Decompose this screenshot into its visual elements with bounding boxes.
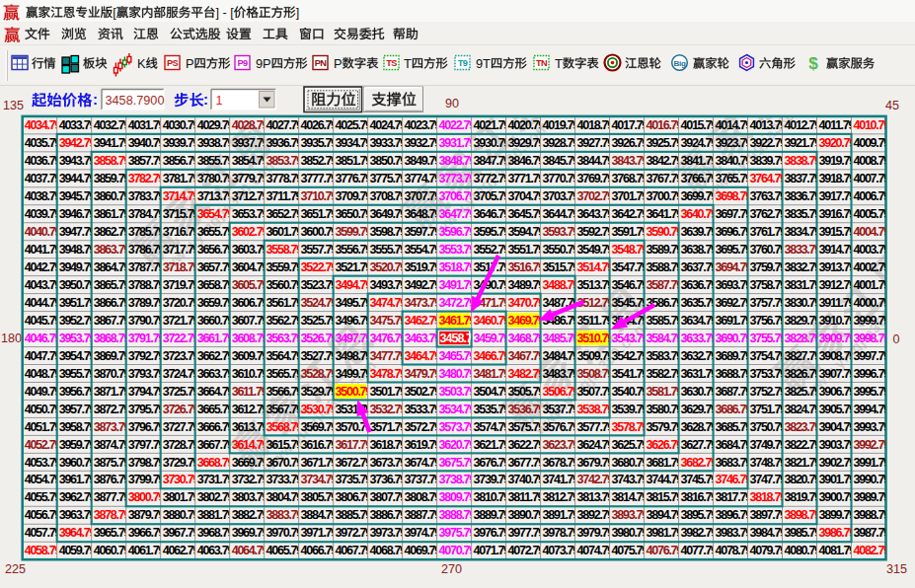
- svg-text:3860.79: 3860.79: [94, 189, 131, 203]
- svg-text:3682.79: 3682.79: [681, 456, 719, 470]
- svg-text:3889.79: 3889.79: [474, 508, 511, 522]
- svg-text:3616.79: 3616.79: [301, 438, 339, 452]
- svg-text:3747.79: 3747.79: [750, 473, 788, 486]
- svg-text:3944.79: 3944.79: [59, 172, 97, 185]
- svg-text:3638.79: 3638.79: [681, 243, 719, 257]
- svg-text:3658.79: 3658.79: [197, 278, 235, 292]
- svg-text:3491.79: 3491.79: [439, 278, 477, 292]
- svg-text:3853.79: 3853.79: [267, 154, 304, 168]
- svg-text:3588.79: 3588.79: [647, 260, 684, 274]
- svg-text:3990.79: 3990.79: [854, 473, 891, 486]
- svg-text:3815.79: 3815.79: [647, 490, 684, 504]
- svg-text:3789.79: 3789.79: [128, 296, 166, 310]
- svg-text:3879.79: 3879.79: [128, 508, 166, 522]
- svg-text:3555.79: 3555.79: [370, 243, 408, 257]
- svg-text:3935.79: 3935.79: [301, 136, 339, 150]
- svg-text:3799.79: 3799.79: [128, 473, 166, 486]
- svg-text:3670.79: 3670.79: [267, 456, 304, 470]
- svg-text:3901.79: 3901.79: [819, 473, 857, 486]
- svg-text:3667.79: 3667.79: [197, 438, 235, 452]
- svg-text:3479.79: 3479.79: [405, 367, 442, 381]
- svg-text:3784.79: 3784.79: [128, 207, 166, 221]
- svg-text:3960.79: 3960.79: [59, 456, 97, 470]
- svg-text:4015.79: 4015.79: [681, 118, 719, 132]
- svg-text:3573.79: 3573.79: [439, 420, 477, 434]
- svg-text:90: 90: [445, 97, 459, 110]
- svg-text:3744.79: 3744.79: [647, 473, 684, 486]
- svg-text:4030.79: 4030.79: [163, 118, 200, 132]
- svg-text:3961.79: 3961.79: [59, 473, 97, 486]
- svg-text:3782.79: 3782.79: [128, 172, 166, 185]
- svg-text:3595.79: 3595.79: [474, 225, 511, 239]
- svg-text:3499.79: 3499.79: [336, 367, 373, 381]
- svg-text:3855.79: 3855.79: [197, 154, 235, 168]
- svg-text:3714.79: 3714.79: [163, 189, 200, 203]
- svg-text:3882.79: 3882.79: [232, 508, 269, 522]
- svg-text:3915.79: 3915.79: [819, 225, 857, 239]
- svg-text:225: 225: [5, 562, 26, 576]
- svg-text:3698.79: 3698.79: [716, 189, 753, 203]
- svg-text:3503.79: 3503.79: [439, 385, 477, 399]
- svg-text:3501.79: 3501.79: [370, 385, 408, 399]
- svg-text::: :: [203, 91, 208, 108]
- svg-text:4048.79: 4048.79: [25, 367, 62, 381]
- svg-text:3575.79: 3575.79: [508, 420, 546, 434]
- svg-text:3606.79: 3606.79: [232, 296, 269, 310]
- svg-text:3663.79: 3663.79: [197, 367, 235, 381]
- svg-text:135: 135: [3, 99, 24, 112]
- svg-text::: :: [93, 91, 98, 108]
- svg-text:3824.79: 3824.79: [785, 403, 822, 416]
- svg-text:3851.79: 3851.79: [336, 154, 373, 168]
- svg-text:3972.79: 3972.79: [336, 526, 373, 540]
- svg-text:3554.79: 3554.79: [405, 243, 442, 257]
- svg-text:3668.79: 3668.79: [197, 456, 235, 470]
- svg-text:3838.79: 3838.79: [785, 154, 822, 168]
- svg-text:3829.79: 3829.79: [785, 314, 822, 328]
- svg-text:3538.79: 3538.79: [577, 403, 615, 416]
- svg-text:3779.79: 3779.79: [232, 172, 269, 185]
- svg-text:3831.79: 3831.79: [785, 278, 822, 292]
- svg-text:3917.79: 3917.79: [819, 189, 857, 203]
- svg-text:3913.79: 3913.79: [819, 260, 857, 274]
- svg-text:3973.79: 3973.79: [370, 526, 408, 540]
- svg-text:3759.79: 3759.79: [750, 260, 788, 274]
- svg-text:3520.79: 3520.79: [370, 260, 408, 274]
- svg-text:3899.79: 3899.79: [819, 508, 857, 522]
- svg-text:3572.79: 3572.79: [405, 420, 442, 434]
- svg-text:3539.79: 3539.79: [612, 403, 649, 416]
- svg-text:3896.79: 3896.79: [716, 508, 753, 522]
- svg-text:3977.79: 3977.79: [508, 526, 546, 540]
- svg-text:4055.79: 4055.79: [25, 490, 62, 504]
- svg-text:4068.79: 4068.79: [370, 544, 408, 557]
- svg-text:3994.79: 3994.79: [854, 403, 891, 416]
- svg-text:4046.79: 4046.79: [25, 331, 62, 345]
- svg-text:3485.79: 3485.79: [543, 331, 580, 345]
- svg-text:3615.79: 3615.79: [267, 438, 304, 452]
- svg-text:3675.79: 3675.79: [439, 456, 477, 470]
- svg-text:3733.79: 3733.79: [267, 473, 304, 486]
- svg-text:3619.79: 3619.79: [405, 438, 442, 452]
- svg-text:3897.79: 3897.79: [750, 508, 788, 522]
- svg-text:$: $: [808, 54, 818, 73]
- svg-text:3721.79: 3721.79: [163, 314, 200, 328]
- svg-text:3700.79: 3700.79: [647, 189, 684, 203]
- svg-text:3651.79: 3651.79: [301, 207, 339, 221]
- svg-text:3507.79: 3507.79: [577, 385, 615, 399]
- svg-text:4007.79: 4007.79: [854, 172, 891, 185]
- svg-text:4012.79: 4012.79: [785, 118, 822, 132]
- svg-text:3527.79: 3527.79: [301, 349, 339, 363]
- svg-text:3596.79: 3596.79: [439, 225, 477, 239]
- svg-text:3701.79: 3701.79: [612, 189, 649, 203]
- svg-text:3620.79: 3620.79: [439, 438, 477, 452]
- svg-text:3672.79: 3672.79: [336, 456, 373, 470]
- svg-text:3756.79: 3756.79: [750, 314, 788, 328]
- svg-text:3841.79: 3841.79: [681, 154, 719, 168]
- svg-text:3640.79: 3640.79: [681, 207, 719, 221]
- svg-text:3868.79: 3868.79: [94, 331, 131, 345]
- svg-text:3632.79: 3632.79: [681, 349, 719, 363]
- svg-text:3716.79: 3716.79: [163, 225, 200, 239]
- svg-text:3904.79: 3904.79: [819, 420, 857, 434]
- svg-text:3734.79: 3734.79: [301, 473, 339, 486]
- svg-text:3839.79: 3839.79: [750, 154, 788, 168]
- svg-text:3625.79: 3625.79: [612, 438, 649, 452]
